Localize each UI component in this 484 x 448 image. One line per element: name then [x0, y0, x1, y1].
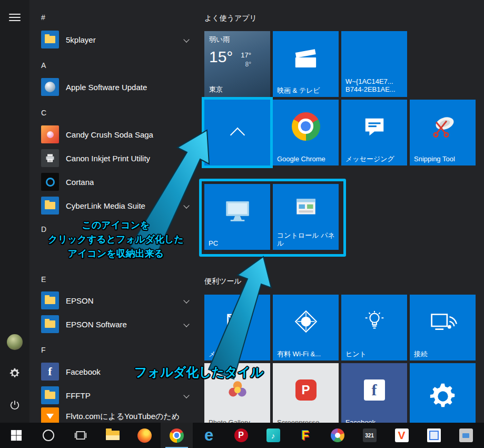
taskbar-search-button[interactable] [32, 423, 64, 448]
app-item-label: Facebook [66, 367, 101, 376]
folder-icon [41, 315, 59, 333]
messaging-icon [341, 100, 407, 153]
tile-google-chrome[interactable]: Google Chrome [273, 100, 339, 165]
app-item-label: Cortana [66, 178, 94, 187]
taskbar-chrome[interactable] [161, 423, 193, 448]
tile-label: W~{1AC14E7... B744-2EB1AE... [345, 77, 404, 93]
tile-label: 映画 & テレビ [277, 86, 335, 94]
power-button[interactable] [0, 395, 29, 416]
app-item-canon-print-utility[interactable]: Canon Inkjet Print Utility [41, 149, 193, 168]
app-section-letter[interactable]: # [41, 12, 45, 23]
tile-paid-wifi[interactable]: 有料 Wi-Fi &... [273, 295, 339, 361]
mail-icon [204, 295, 270, 348]
chevron-down-icon[interactable] [183, 392, 189, 398]
app-item-label: FFFTP [66, 391, 91, 400]
app-item-label: EPSON Software [66, 320, 127, 329]
tile-screenpresso[interactable]: Screenpresso [273, 363, 339, 429]
gear-icon [410, 363, 476, 429]
app-section-letter[interactable]: A [41, 60, 46, 71]
tile-tips[interactable]: ヒント [341, 295, 407, 361]
facebook-icon [341, 363, 407, 416]
app-item-label: Canon Inkjet Print Utility [66, 154, 150, 163]
weather-high: 17° [241, 51, 251, 59]
control-panel-icon [273, 184, 339, 230]
tile-label: メール [209, 350, 267, 358]
taskbar-tray-app[interactable] [450, 423, 482, 448]
task-view-icon [74, 428, 87, 442]
gear-icon [9, 367, 21, 379]
folder-icon [41, 386, 59, 404]
app-item-ffftp[interactable]: FFFTP [41, 386, 193, 405]
settings-button[interactable] [0, 363, 29, 384]
hamburger-menu-button[interactable] [0, 7, 29, 28]
paid-wifi-icon [273, 295, 339, 348]
photoscape-icon [331, 428, 344, 442]
chevron-down-icon[interactable] [183, 321, 189, 327]
taskbar-spreadsheet-app[interactable] [418, 423, 450, 448]
taskbar-photoscape[interactable] [321, 423, 353, 448]
chevron-down-icon[interactable] [183, 202, 189, 208]
tile-facebook[interactable]: Facebook [341, 363, 407, 429]
app-item-epson[interactable]: EPSON [41, 291, 193, 310]
app-item-label: 5kplayer [66, 35, 96, 44]
power-icon [9, 400, 21, 411]
chrome-icon [273, 100, 339, 153]
movies-tv-icon [273, 31, 339, 84]
app-item-label: EPSON [66, 296, 94, 305]
connect-cast-icon [410, 295, 476, 348]
tile-folder-collapse[interactable] [204, 100, 270, 165]
app-item-label: CyberLink Media Suite [66, 201, 145, 210]
tile-weather[interactable]: 弱い雨 15° 17° 8° 東京 [204, 31, 270, 97]
app-item-cortana[interactable]: Cortana [41, 172, 193, 191]
ffftp-icon [301, 428, 309, 443]
taskbar-start-button[interactable] [0, 423, 32, 448]
spreadsheet-app-icon [427, 428, 441, 442]
chevron-down-icon[interactable] [183, 297, 189, 303]
pc-monitor-icon [204, 184, 270, 237]
tile-w-1ac14e7[interactable]: W~{1AC14E7... B744-2EB1AE... [341, 31, 407, 97]
taskbar-edge[interactable] [193, 423, 225, 448]
tile-connect[interactable]: 接続 [410, 295, 476, 361]
tile-messaging[interactable]: メッセージング [341, 100, 407, 165]
app-item-candy-crush[interactable]: Candy Crush Soda Saga [41, 125, 193, 144]
app-item-apple-software-update[interactable]: Apple Software Update [41, 77, 193, 96]
tile-movies-tv[interactable]: 映画 & テレビ [273, 31, 339, 97]
app-section-letter[interactable]: F [41, 345, 46, 355]
tile-snipping-tool[interactable]: Snipping Tool [410, 100, 476, 165]
tile-control-panel[interactable]: コントロール パネル [273, 184, 339, 250]
tile-label: ヒント [345, 350, 404, 358]
tile-label: 有料 Wi-Fi &... [277, 350, 335, 358]
user-avatar-icon [7, 334, 23, 350]
app-item-epson-software[interactable]: EPSON Software [41, 315, 193, 334]
chevron-down-icon[interactable] [183, 36, 189, 42]
taskbar-pinterest[interactable] [225, 423, 257, 448]
tile-pc[interactable]: PC [204, 184, 270, 250]
folder-icon [41, 291, 59, 309]
app-section-letter[interactable]: C [41, 108, 46, 118]
weather-city: 東京 [209, 85, 223, 94]
lightbulb-icon [341, 295, 407, 348]
firefox-icon [137, 428, 152, 443]
app-item-label: Apple Software Update [66, 83, 147, 92]
tile-mail[interactable]: メール [204, 295, 270, 361]
taskbar-task-view-button[interactable] [64, 423, 96, 448]
taskbar-firefox[interactable] [129, 423, 161, 448]
app-list: # 5kplayer A Apple Software Update C Can… [29, 0, 198, 423]
tile-label: Snipping Tool [414, 155, 472, 163]
taskbar-file-explorer[interactable] [96, 423, 129, 448]
weather-low: 8° [245, 61, 251, 68]
tray-app-icon [459, 428, 473, 442]
app-section-letter[interactable]: E [41, 274, 46, 285]
taskbar-ffftp[interactable] [289, 423, 321, 448]
section-title-frequent: よく使うアプリ [204, 14, 257, 23]
user-avatar-button[interactable] [0, 332, 29, 353]
tile-label: Google Chrome [277, 155, 335, 163]
app-item-5kplayer[interactable]: 5kplayer [41, 30, 193, 49]
taskbar-v-app[interactable] [386, 423, 418, 448]
tile-label: PC [209, 239, 267, 247]
app-item-cyberlink-media-suite[interactable]: CyberLink Media Suite [41, 196, 193, 215]
taskbar-321-app[interactable] [353, 423, 386, 448]
tile-settings[interactable] [410, 363, 476, 429]
taskbar-media-app[interactable] [257, 423, 289, 448]
weather-temperature: 15° [209, 48, 233, 66]
